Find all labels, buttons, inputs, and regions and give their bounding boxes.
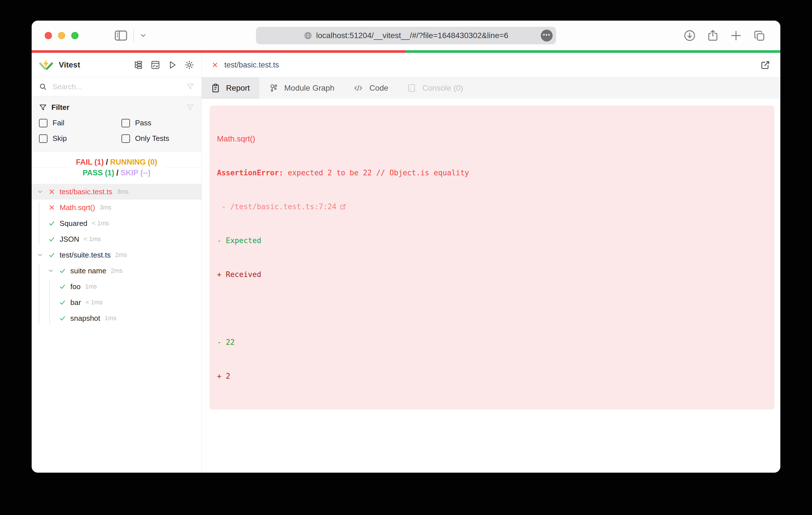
expand-chevron-icon[interactable] [37,251,48,259]
tab-code[interactable]: Code [344,78,398,99]
funnel-icon [39,103,47,112]
filter-option-pass[interactable]: Pass [121,119,194,127]
checkbox-fail[interactable] [39,119,48,127]
diff-received-label: + Received [217,269,767,280]
sidebar: Vitest [32,53,202,473]
pass-check-icon [58,267,67,274]
open-file-name: test/basic.test.ts [224,61,279,69]
diff-expected-label: - Expected [217,235,767,246]
diff-expected-value: - 22 [217,337,767,348]
expand-chevron-icon[interactable] [48,267,58,274]
pass-check-icon [58,314,67,322]
tab-overview-icon[interactable] [753,29,766,42]
test-progress-bar [32,50,780,53]
tree-row-suite-test-file[interactable]: test/suite.test.ts 2ms [32,247,201,263]
filter-option-fail[interactable]: Fail [39,119,121,127]
test-summary: FAIL (1) / RUNNING (0) PASS (1) / SKIP (… [32,152,201,183]
tree-row-json[interactable]: JSON < 1ms [32,231,201,247]
filter-option-only-tests[interactable]: Only Tests [121,134,194,143]
toolbar-divider [133,29,134,42]
toolbar-left-group [114,29,147,42]
assertion-error-message: AssertionError: expected 2 to be 22 // O… [217,167,767,178]
tab-module-graph[interactable]: Module Graph [259,78,344,99]
app-title: Vitest [59,60,80,69]
fail-x-icon [211,61,219,69]
globe-icon [304,31,312,40]
sidebar-toggle-icon[interactable] [114,30,128,41]
url-text: localhost:51204/__vitest__/#/?file=16484… [316,31,508,40]
ellipsis-icon: ••• [543,32,550,37]
test-tree: test/basic.test.ts 3ms Math.sqrt() 3ms S… [32,183,201,473]
search-input[interactable] [52,82,181,91]
toolbar-right-group [683,29,766,42]
sidebar-header: Vitest [32,53,201,78]
new-tab-icon[interactable] [729,29,743,42]
run-all-icon[interactable] [168,60,177,70]
checkbox-skip[interactable] [39,134,48,143]
diff-received-value: + 2 [217,370,767,382]
tree-row-bar[interactable]: bar < 1ms [32,295,201,310]
address-bar[interactable]: localhost:51204/__vitest__/#/?file=16484… [256,27,556,44]
pass-check-icon [58,283,67,290]
desktop-background: localhost:51204/__vitest__/#/?file=16484… [0,0,812,515]
clear-search-filter-icon[interactable] [186,83,194,91]
stack-trace-line: - /test/basic.test.ts:7:24 [217,201,767,212]
summary-line-2: PASS (1) / SKIP (--) [76,168,157,178]
progress-fail-segment [32,50,406,53]
pass-check-icon [48,220,56,227]
filter-option-skip[interactable]: Skip [39,134,121,143]
close-window-button[interactable] [45,32,52,39]
fail-x-icon [48,188,56,195]
tree-row-foo[interactable]: foo 1ms [32,279,201,295]
file-header: test/basic.test.ts [202,53,780,78]
tree-row-math-sqrt[interactable]: Math.sqrt() 3ms [32,200,201,215]
tree-row-suite-name[interactable]: suite name 2ms [32,263,201,279]
downloads-icon[interactable] [683,29,696,42]
tree-row-snapshot[interactable]: snapshot 1ms [32,310,201,326]
code-icon [353,84,363,92]
filter-panel: Filter Fail [32,96,201,152]
search-row [32,78,201,96]
open-in-editor-icon[interactable] [339,203,347,210]
report-content: Math.sqrt() AssertionError: expected 2 t… [202,99,780,473]
terminal-icon [407,84,416,93]
main-panel: test/basic.test.ts [202,53,780,473]
blank-line [217,303,767,314]
summary-line-1: FAIL (1) / RUNNING (0) [76,157,157,168]
page-settings-button[interactable]: ••• [541,30,553,41]
pass-check-icon [48,251,56,259]
stack-location-link[interactable]: - /test/basic.test.ts:7:24 [217,201,337,212]
browser-window: localhost:51204/__vitest__/#/?file=16484… [32,21,780,473]
pass-check-icon [58,299,67,306]
open-external-icon[interactable] [760,60,771,70]
pass-check-icon [48,236,56,243]
graph-icon [269,84,278,93]
tree-row-squared[interactable]: Squared < 1ms [32,215,201,231]
checkbox-only-tests[interactable] [121,134,130,143]
tree-view-icon[interactable] [134,60,143,70]
zoom-window-button[interactable] [71,32,79,39]
chevron-down-icon[interactable] [140,32,147,39]
traffic-lights [45,32,79,39]
progress-pass-segment [406,50,780,53]
tab-console[interactable]: Console (0) [398,78,473,99]
view-tabs: Report Module Graph [202,78,780,99]
failed-test-name: Math.sqrt() [217,133,767,145]
tree-row-basic-test-file[interactable]: test/basic.test.ts 3ms [32,184,201,200]
filter-title: Filter [51,103,69,112]
dashboard-icon[interactable] [151,60,160,70]
expand-chevron-icon[interactable] [37,188,48,195]
clear-filter-icon[interactable] [186,103,194,112]
vitest-logo-icon [39,59,53,71]
tab-report[interactable]: Report [202,78,259,99]
clipboard-icon [211,84,220,93]
minimize-window-button[interactable] [58,32,65,39]
assertion-error-panel: Math.sqrt() AssertionError: expected 2 t… [210,105,775,410]
theme-toggle-icon[interactable] [184,60,194,70]
fail-x-icon [48,204,56,211]
search-icon [39,83,47,91]
browser-toolbar: localhost:51204/__vitest__/#/?file=16484… [32,21,780,50]
share-icon[interactable] [706,29,719,42]
checkbox-pass[interactable] [121,119,130,127]
sidebar-toolbar [134,60,194,70]
